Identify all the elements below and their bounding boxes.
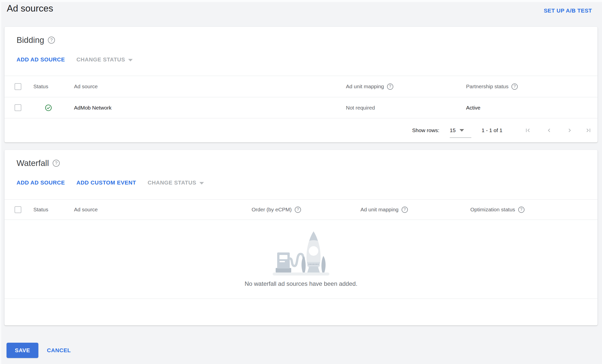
show-rows-label: Show rows: xyxy=(412,127,439,133)
waterfall-col-status: Status xyxy=(33,200,48,220)
partnership-status-value: Active xyxy=(466,97,480,118)
rows-per-page-select[interactable]: 15 xyxy=(450,127,464,133)
first-page-icon[interactable] xyxy=(524,127,531,134)
waterfall-col-order: Order (by eCPM) xyxy=(252,207,292,213)
row-checkbox[interactable] xyxy=(15,104,21,111)
ad-unit-mapping-help-icon[interactable] xyxy=(387,83,393,90)
cancel-button[interactable]: CANCEL xyxy=(47,343,71,358)
bidding-change-status-label: CHANGE STATUS xyxy=(77,56,125,63)
chevron-down-icon xyxy=(460,129,464,132)
last-page-icon[interactable] xyxy=(585,127,592,134)
ad-source-name: AdMob Network xyxy=(74,97,111,118)
left-edge xyxy=(0,0,1,364)
bidding-pagination: Show rows: 15 1 - 1 of 1 xyxy=(5,118,597,142)
ad-unit-mapping-value: Not required xyxy=(346,97,375,118)
waterfall-col-ad-source: Ad source xyxy=(74,200,98,220)
bidding-col-partnership-status: Partnership status xyxy=(466,83,508,89)
setup-ab-test-button[interactable]: SET UP A/B TEST xyxy=(544,8,592,14)
optimization-status-help-icon[interactable] xyxy=(518,207,524,213)
bidding-card: Bidding ADD AD SOURCE CHANGE STATUS Stat… xyxy=(5,27,597,142)
bidding-help-icon[interactable] xyxy=(48,37,55,44)
waterfall-change-status-button[interactable]: CHANGE STATUS xyxy=(148,179,204,186)
waterfall-card: Waterfall ADD AD SOURCE ADD CUSTOM EVENT… xyxy=(5,150,597,325)
bidding-col-ad-unit-mapping: Ad unit mapping xyxy=(346,83,384,89)
order-ecpm-help-icon[interactable] xyxy=(295,207,301,213)
waterfall-table-header: Status Ad source Order (by eCPM) Ad unit… xyxy=(5,199,597,220)
waterfall-card-header: Waterfall ADD AD SOURCE ADD CUSTOM EVENT… xyxy=(5,150,597,199)
waterfall-change-status-label: CHANGE STATUS xyxy=(148,179,196,186)
bidding-add-ad-source-button[interactable]: ADD AD SOURCE xyxy=(17,56,65,63)
waterfall-add-ad-source-button[interactable]: ADD AD SOURCE xyxy=(17,179,65,186)
bidding-card-header: Bidding ADD AD SOURCE CHANGE STATUS xyxy=(5,27,597,76)
bidding-change-status-button[interactable]: CHANGE STATUS xyxy=(77,56,133,63)
bidding-table-row: AdMob Network Not required Active xyxy=(5,97,597,118)
previous-page-icon[interactable] xyxy=(546,127,553,134)
waterfall-empty-message: No waterfall ad sources have been added. xyxy=(245,280,357,287)
waterfall-add-custom-event-button[interactable]: ADD CUSTOM EVENT xyxy=(77,179,136,186)
waterfall-select-all-checkbox[interactable] xyxy=(15,206,21,213)
bidding-col-status: Status xyxy=(33,76,48,97)
pagination-range: 1 - 1 of 1 xyxy=(482,127,502,133)
next-page-icon[interactable] xyxy=(566,127,573,134)
select-underline xyxy=(450,137,471,138)
waterfall-empty-state: No waterfall ad sources have been added. xyxy=(5,220,597,299)
bidding-section-title: Bidding xyxy=(17,35,44,45)
chevron-down-icon xyxy=(128,59,133,61)
rocket-fueling-illustration xyxy=(272,230,330,278)
chevron-down-icon xyxy=(199,182,204,185)
ad-unit-mapping-help-icon[interactable] xyxy=(402,207,408,213)
waterfall-footer-row xyxy=(5,299,597,325)
bidding-col-ad-source: Ad source xyxy=(74,76,98,97)
page-title: Ad sources xyxy=(7,2,53,15)
waterfall-col-ad-unit-mapping: Ad unit mapping xyxy=(360,207,399,213)
waterfall-section-title: Waterfall xyxy=(17,158,49,168)
waterfall-col-optimization-status: Optimization status xyxy=(470,207,515,213)
status-active-check-circle-icon xyxy=(45,104,52,111)
top-edge xyxy=(0,0,602,2)
save-button[interactable]: SAVE xyxy=(7,343,38,358)
partnership-status-help-icon[interactable] xyxy=(511,83,518,90)
waterfall-help-icon[interactable] xyxy=(53,160,60,167)
bidding-select-all-checkbox[interactable] xyxy=(15,83,21,90)
bidding-table-header: Status Ad source Ad unit mapping Partner… xyxy=(5,76,597,97)
rows-per-page-value: 15 xyxy=(450,127,456,133)
